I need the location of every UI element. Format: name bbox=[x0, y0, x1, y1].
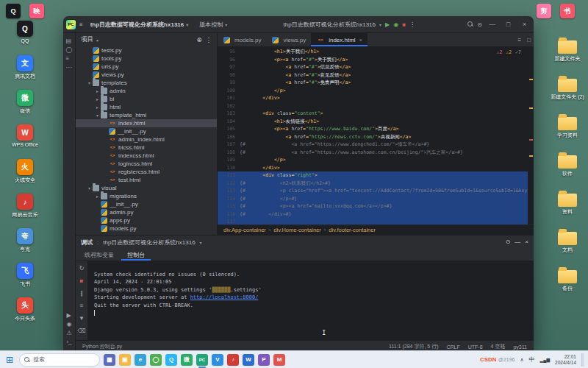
tray-expand-icon[interactable]: ∧ bbox=[520, 357, 523, 363]
explorer-icon[interactable]: ▣ bbox=[119, 354, 131, 366]
commit-tool-icon[interactable]: ◯ bbox=[66, 46, 73, 54]
vscode-icon[interactable]: V bbox=[212, 354, 223, 366]
chevron-icon[interactable]: ▸ bbox=[95, 194, 100, 199]
desktop-folder[interactable]: 软件 bbox=[550, 152, 585, 177]
close-button[interactable]: × bbox=[518, 21, 531, 28]
minimize-button[interactable]: — bbox=[486, 21, 498, 28]
desktop-icon[interactable]: WWPS Office bbox=[4, 124, 46, 147]
tree-item-templates[interactable]: ▾templates bbox=[76, 79, 217, 87]
desktop-icon[interactable]: 火火绒安全 bbox=[4, 159, 46, 184]
stop-icon[interactable]: ■ bbox=[80, 277, 84, 286]
desktop-icon[interactable]: 夸夸克 bbox=[4, 228, 46, 253]
desktop-app-icon[interactable]: 映 bbox=[29, 4, 44, 18]
chevron-icon[interactable]: ▾ bbox=[87, 80, 92, 85]
desktop-app-icon[interactable]: 书 bbox=[560, 4, 575, 18]
tree-item-logincss.html[interactable]: <>logincss.html bbox=[76, 160, 217, 168]
run-tool-icon[interactable]: ▶ bbox=[66, 311, 71, 320]
taskbar-search[interactable]: 搜索 bbox=[19, 353, 100, 367]
console-output[interactable]: System check identified no issues (0 sil… bbox=[88, 261, 534, 340]
soft-wrap-icon[interactable]: ≡ bbox=[80, 302, 84, 311]
options-icon[interactable]: ⋮ bbox=[206, 35, 212, 44]
settings-gear-icon[interactable]: ⊙ bbox=[477, 21, 482, 28]
desktop-icon[interactable]: 头今日头条 bbox=[4, 297, 46, 322]
rerun-icon[interactable]: ↻ bbox=[79, 264, 85, 273]
python-interpreter[interactable]: py311 bbox=[513, 344, 527, 350]
desktop-icon[interactable]: 文腾讯文档 bbox=[4, 55, 46, 80]
search-everywhere-icon[interactable] bbox=[467, 21, 473, 27]
code-editor[interactable]: 95 <h1>关于我们</h1>96 <p><a href="#">关于我们</… bbox=[218, 47, 534, 224]
network-icon[interactable]: ▂▄▆ bbox=[540, 357, 550, 362]
scroll-end-icon[interactable]: ▼ bbox=[79, 314, 85, 323]
tree-item-apps.py[interactable]: apps.py bbox=[76, 216, 217, 224]
tree-item-bicss.html[interactable]: <>bicss.html bbox=[76, 144, 217, 152]
debug-session-name[interactable]: thp日志数据可视化分析系统hx1316 bbox=[103, 238, 195, 247]
scrollbar-error-stripe[interactable] bbox=[528, 47, 534, 224]
close-tab-icon[interactable]: × bbox=[359, 38, 362, 43]
taskbar-clock[interactable]: 22:01 2024/4/14 bbox=[555, 354, 576, 366]
tree-item-admin.py[interactable]: admin.py bbox=[76, 208, 217, 216]
more-tools-icon[interactable]: ⋯ bbox=[66, 63, 73, 72]
desktop-icon[interactable]: 微微信 bbox=[4, 90, 46, 115]
close-panel-icon[interactable]: × bbox=[525, 238, 528, 247]
breadcrumb-item[interactable]: div.Home-container bbox=[273, 227, 320, 233]
desktop-icon[interactable]: QQQ bbox=[4, 21, 46, 43]
edge-icon[interactable]: e bbox=[135, 354, 146, 366]
tree-item-__init__.py[interactable]: __init__.py bbox=[76, 127, 217, 135]
chevron-icon[interactable]: ▸ bbox=[95, 88, 100, 93]
desktop-app-icon[interactable]: Q bbox=[6, 4, 21, 18]
desktop-folder[interactable]: 备份 bbox=[550, 266, 585, 292]
desktop-icon[interactable]: 飞飞书 bbox=[4, 263, 46, 288]
debug-tool-icon[interactable]: ◉ bbox=[66, 320, 71, 329]
desktop-icon[interactable]: ♪网易云音乐 bbox=[4, 194, 46, 219]
chevron-icon[interactable]: ▸ bbox=[95, 105, 100, 110]
tree-item-indexcss.html[interactable]: <>indexcss.html bbox=[76, 152, 217, 160]
tree-item-migrations[interactable]: ▸migrations bbox=[76, 192, 217, 200]
vcs-widget[interactable]: 版本控制 ▾ bbox=[196, 18, 231, 30]
word-icon[interactable]: W bbox=[243, 354, 254, 366]
chevron-icon[interactable]: ▾ bbox=[95, 113, 100, 118]
breadcrumb[interactable]: div.App-container›div.Home-container›div… bbox=[218, 224, 534, 235]
desktop-folder[interactable]: 资料 bbox=[550, 190, 585, 216]
structure-tool-icon[interactable]: ≡ bbox=[66, 54, 73, 63]
music-icon[interactable]: ♪ bbox=[227, 354, 239, 366]
inspection-item[interactable]: ⚠2 bbox=[506, 49, 512, 55]
indent-setting[interactable]: 4 空格 bbox=[491, 343, 506, 350]
editor-options-icon[interactable]: ≡ bbox=[514, 33, 524, 46]
clear-icon[interactable]: ⌫ bbox=[77, 327, 85, 336]
file-encoding[interactable]: UTF-8 bbox=[468, 344, 483, 350]
tree-item-test.html[interactable]: <>test.html bbox=[76, 176, 217, 184]
tree-item-tools.py[interactable]: tools.py bbox=[76, 54, 217, 63]
pause-icon[interactable]: ∥ bbox=[80, 289, 83, 298]
desktop-folder[interactable]: 文档 bbox=[550, 228, 585, 254]
debug-tab-线程和变量[interactable]: 线程和变量 bbox=[79, 249, 120, 261]
image-icon[interactable]: P bbox=[258, 354, 270, 366]
tab-views.py[interactable]: views.py bbox=[266, 33, 311, 46]
chevron-icon[interactable]: ▸ bbox=[95, 96, 100, 102]
main-menu-icon[interactable]: ≡ bbox=[79, 21, 83, 28]
maximize-button[interactable]: □ bbox=[502, 21, 514, 28]
tree-item-bi[interactable]: ▸bi bbox=[76, 95, 217, 103]
more-actions-icon[interactable]: ⋮ bbox=[409, 21, 415, 28]
line-separator[interactable]: CRLF bbox=[446, 344, 459, 350]
settings-icon[interactable]: ⊙ bbox=[506, 238, 511, 247]
tree-item-html[interactable]: ▸html bbox=[76, 103, 217, 111]
chevron-icon[interactable]: ▾ bbox=[87, 185, 92, 191]
run-config-name[interactable]: thp日志数据可视化分析系统hx1316 bbox=[284, 21, 376, 29]
show-desktop-button[interactable] bbox=[581, 353, 584, 367]
desktop-folder[interactable]: 新建文件夹 bbox=[550, 37, 585, 63]
tree-item-index.html[interactable]: <>index.html bbox=[76, 119, 217, 127]
console-link[interactable]: http://localhost:8000/ bbox=[190, 294, 259, 300]
taskview-icon[interactable]: ▦ bbox=[104, 354, 115, 366]
tree-item-tests.py[interactable]: tests.py bbox=[76, 46, 217, 54]
tree-item-registercss.html[interactable]: <>registercss.html bbox=[76, 168, 217, 176]
tree-item-views.py[interactable]: views.py bbox=[76, 71, 217, 79]
breadcrumb-item[interactable]: div.footer-container bbox=[329, 227, 376, 233]
mail-icon[interactable]: M bbox=[273, 354, 285, 366]
desktop-folder[interactable]: 新建文件夹 (2) bbox=[550, 75, 585, 101]
status-left[interactable]: Python 控制台.py bbox=[82, 343, 122, 350]
minimize-panel-icon[interactable]: — bbox=[514, 238, 520, 247]
qq-icon[interactable]: Q bbox=[165, 354, 177, 366]
breadcrumb-item[interactable]: div.App-container bbox=[223, 227, 266, 233]
tree-item-admin_index.html[interactable]: <>admin_index.html bbox=[76, 135, 217, 144]
tree-item-models.py[interactable]: models.py bbox=[76, 224, 217, 233]
